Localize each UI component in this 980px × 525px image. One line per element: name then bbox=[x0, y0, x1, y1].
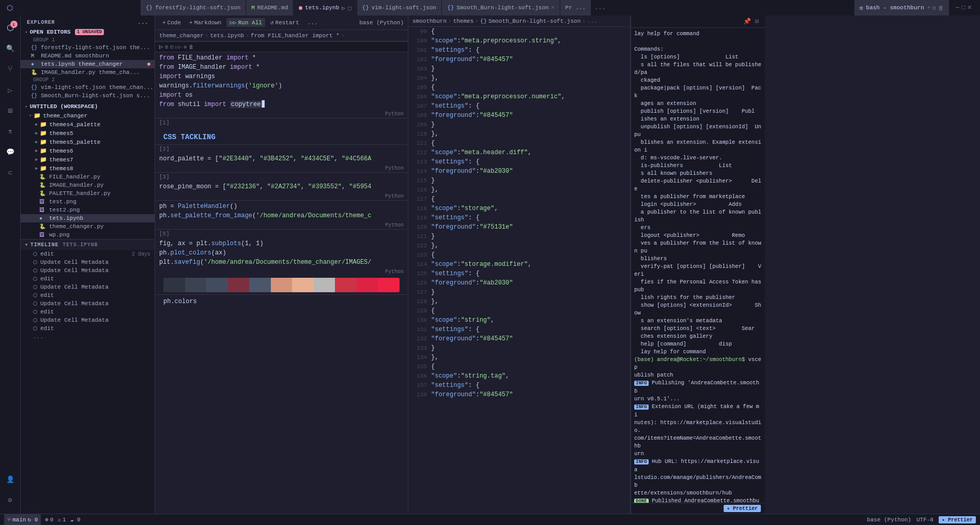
term-line: publish [options] [version] Publ bbox=[634, 108, 762, 115]
json-line: 110}, bbox=[408, 129, 630, 139]
file-test2-png[interactable]: 🖼 test2.png bbox=[21, 206, 155, 214]
term-line: show [options] <extensionId> Show bbox=[634, 302, 762, 317]
tab-forestfly[interactable]: {} forestfly-light-soft.json bbox=[141, 0, 246, 16]
file-palette-handler[interactable]: 🐍 PALETTE_handler.py bbox=[21, 189, 155, 198]
cell-run-button[interactable]: ▷ bbox=[159, 43, 163, 51]
terminal-panel: 📌 ⊟ lay help for command Commands: ls [o… bbox=[631, 16, 765, 514]
code-line: rose_pine_moon = ["#232136", "#2A2734", … bbox=[155, 182, 408, 191]
json-line: 124"scope": "storage.modifier", bbox=[408, 260, 630, 269]
file-theme-changer-py[interactable]: 🐍 theme_changer.py bbox=[21, 222, 155, 231]
breadcrumb-item: ... bbox=[587, 18, 598, 24]
activity-item-extensions[interactable]: ⊞ bbox=[1, 101, 20, 120]
layout-icon[interactable]: ⊟ bbox=[755, 18, 759, 25]
cell-toolbar-icon[interactable]: ▷▷ bbox=[175, 44, 181, 50]
timeline-more[interactable]: ... bbox=[21, 333, 155, 341]
activity-item-test[interactable]: ⚗ bbox=[1, 122, 20, 141]
close-window-icon[interactable]: × bbox=[968, 4, 972, 12]
md-icon: M bbox=[31, 53, 38, 59]
file-test-png[interactable]: 🖼 test.png bbox=[21, 198, 155, 206]
folder-icon: 📁 bbox=[40, 121, 47, 128]
json-line: 126"foreground": "#ab2030" bbox=[408, 278, 630, 288]
file-file-handler[interactable]: 🐍 FILE_handler.py bbox=[21, 173, 155, 181]
activity-item-chat[interactable]: 💬 bbox=[1, 143, 20, 161]
activity-item-settings[interactable]: ⚙ bbox=[1, 491, 20, 509]
restart-button[interactable]: ↺ Restart bbox=[267, 18, 302, 27]
json-line: 104}, bbox=[408, 73, 630, 83]
status-kernel[interactable]: base (Python) bbox=[867, 517, 911, 523]
tab-vim[interactable]: {} vim-light-soft.json bbox=[357, 0, 442, 16]
file-item-forestfly[interactable]: {} forestfly-light-soft.json the... bbox=[21, 43, 155, 52]
workspace-section[interactable]: ▾ UNTITLED (WORKSPACE) bbox=[21, 102, 155, 111]
cell-toolbar-icon[interactable]: ⊗ bbox=[183, 44, 187, 50]
tab-readme[interactable]: M README.md bbox=[246, 0, 294, 16]
breadcrumb-item: Smooth_Burn-light-soft.json bbox=[488, 18, 580, 24]
activity-item-git[interactable]: ⑂ bbox=[1, 60, 20, 79]
term-line: ishes an extension bbox=[634, 115, 762, 123]
trash-icon[interactable]: 🗑 bbox=[938, 5, 944, 11]
timeline-item-ucm4: Update Cell Metadata bbox=[21, 299, 155, 308]
activity-item-debug[interactable]: ▷ bbox=[1, 81, 20, 99]
term-line: ublish patch bbox=[634, 371, 762, 379]
activity-item-remote[interactable]: ⊂ bbox=[1, 163, 20, 182]
file-wp-png[interactable]: 🖼 wp.png bbox=[21, 231, 155, 239]
file-item-image-handler[interactable]: 🐍 IMAGE_handler.py theme_cha... bbox=[21, 68, 155, 77]
open-editors-section[interactable]: ▾ OPEN EDITORS 1 UNSAVED bbox=[21, 27, 155, 37]
folder-themes5p[interactable]: ▶ 📁 themes5_palette bbox=[21, 138, 155, 146]
status-prettier[interactable]: ✦ Prettier bbox=[939, 516, 976, 523]
folder-themes4[interactable]: ▶ 📁 themes4_palette bbox=[21, 120, 155, 129]
activity-item-search[interactable]: 🔍 bbox=[1, 39, 20, 58]
json-line: 116}, bbox=[408, 185, 630, 194]
cell-toolbar-icon[interactable]: ⊞ bbox=[165, 44, 168, 50]
close-icon[interactable]: × bbox=[552, 5, 555, 11]
activity-item-account[interactable]: 👤 bbox=[1, 470, 20, 489]
tab-pr[interactable]: Pr ... bbox=[560, 0, 592, 16]
notebook-breadcrumb: theme_changer › tets.ipynb › from FILE_h… bbox=[155, 30, 408, 41]
run-all-button[interactable]: ▷▷ Run All bbox=[226, 18, 265, 27]
tab-smooth[interactable]: {} Smooth_Burn-light-soft.json × bbox=[442, 0, 560, 16]
minimize-icon[interactable]: − bbox=[955, 4, 959, 12]
tab-tets[interactable]: tets.ipynb ▷ ⬚ bbox=[294, 0, 357, 16]
timeline-section[interactable]: ▾ TIMELINE tets.ipynb bbox=[21, 239, 155, 250]
status-warnings[interactable]: ⚠ 1 bbox=[57, 516, 66, 523]
tabs-overflow[interactable]: ... bbox=[591, 4, 609, 11]
json-line: 135{ bbox=[408, 362, 630, 371]
unsaved-badge: 1 bbox=[10, 21, 18, 28]
kernel-selector[interactable]: base (Python) bbox=[359, 20, 404, 26]
terminal-tab[interactable]: ⊞ bash - smoothburn + ⊟ 🗑 bbox=[854, 0, 949, 16]
json-line: 115} bbox=[408, 176, 630, 185]
cell-toolbar-icon[interactable]: ⊟ bbox=[170, 44, 173, 50]
add-icon[interactable]: + bbox=[927, 5, 931, 11]
sidebar-more[interactable]: ... bbox=[138, 20, 148, 25]
breadcrumb-text: tets.ipynb bbox=[210, 33, 244, 39]
maximize-icon[interactable]: □ bbox=[961, 4, 965, 11]
folder-themes7[interactable]: ▶ 📁 themes7 bbox=[21, 155, 155, 164]
cell-toolbar-icon[interactable]: 🗑 bbox=[189, 44, 194, 50]
info-badge: INFO bbox=[634, 381, 649, 386]
file-item-smooth2[interactable]: {} Smooth_Burn-light-soft.json s... bbox=[21, 92, 155, 100]
add-code-button[interactable]: + Code bbox=[159, 19, 184, 27]
code-line: ph = PaletteHandler() bbox=[155, 202, 408, 211]
activity-item-explorer[interactable]: ⬡ 1 bbox=[1, 19, 20, 37]
file-tets-ipynb[interactable]: ● tets.ipynb bbox=[21, 214, 155, 222]
file-item-tets[interactable]: ● tets.ipynb theme_changer bbox=[21, 60, 155, 68]
folder-themes8[interactable]: ▶ 📁 themes8 bbox=[21, 164, 155, 173]
prettier-button[interactable]: ✦ Prettier bbox=[724, 505, 761, 512]
add-markdown-button[interactable]: + Markdown bbox=[186, 19, 224, 27]
activity-bar-bottom: 👤 ⚙ bbox=[1, 470, 20, 514]
folder-themes6[interactable]: ▶ 📁 themes6 bbox=[21, 146, 155, 155]
pin-icon[interactable]: 📌 bbox=[743, 18, 751, 25]
term-line: blishers bbox=[634, 255, 762, 263]
folder-themes5[interactable]: ▶ 📁 themes5 bbox=[21, 129, 155, 138]
split-icon[interactable]: ⊟ bbox=[932, 5, 936, 11]
status-branch[interactable]: ⑂ main ↻ 0 bbox=[4, 514, 41, 526]
file-item-vim[interactable]: {} vim-light-soft.json theme_chan... bbox=[21, 83, 155, 92]
file-name: vim-light-soft.json theme_chan... bbox=[41, 84, 154, 91]
group-1-label: GROUP 1 bbox=[21, 37, 155, 43]
folder-theme-changer[interactable]: ▾ 📁 theme_changer bbox=[21, 111, 155, 120]
file-image-handler[interactable]: 🐍 IMAGE_handler.py bbox=[21, 181, 155, 189]
tab-icon: {} bbox=[146, 5, 152, 11]
json-line: 133} bbox=[408, 343, 630, 353]
file-item-readme[interactable]: M README.md smoothburn bbox=[21, 52, 155, 60]
more-button[interactable]: ... bbox=[304, 19, 321, 27]
status-errors[interactable]: ⊗ 0 bbox=[45, 516, 53, 523]
